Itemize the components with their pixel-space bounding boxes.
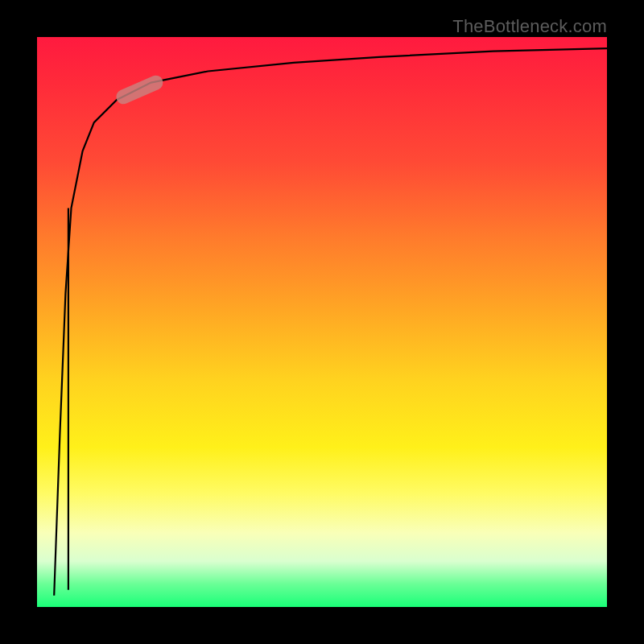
curve-line [54,48,607,596]
chart-frame: TheBottleneck.com [0,0,644,644]
chart-svg [37,37,607,607]
highlight-pill [114,73,165,106]
plot-area [37,37,607,607]
watermark-text: TheBottleneck.com [452,16,607,37]
